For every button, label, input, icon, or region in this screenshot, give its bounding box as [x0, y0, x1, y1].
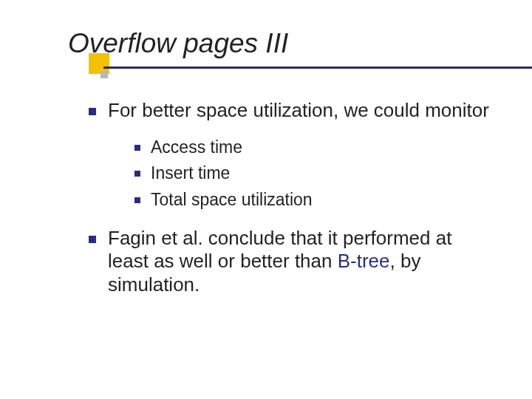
btree-term: B-tree — [338, 250, 390, 272]
slide: Overflow pages III For better space util… — [0, 0, 532, 399]
square-bullet-icon — [89, 236, 96, 243]
sub-bullet-text: Total space utilization — [151, 190, 313, 209]
square-bullet-icon — [89, 108, 96, 115]
square-bullet-icon — [134, 197, 140, 203]
sub-bullet-item: Insert time — [134, 160, 495, 187]
title-area: Overflow pages III — [0, 0, 532, 59]
bullet-text: For better space utilization, we could m… — [108, 99, 489, 121]
bullet-list: For better space utilization, we could m… — [89, 99, 495, 297]
slide-content: For better space utilization, we could m… — [0, 65, 532, 297]
sub-bullet-list: Access time Insert time Total space util… — [134, 134, 495, 214]
bullet-item-1: For better space utilization, we could m… — [89, 99, 495, 214]
sub-bullet-text: Access time — [151, 137, 242, 157]
bullet-item-2: Fagin et al. conclude that it performed … — [89, 227, 495, 297]
sub-bullet-text: Insert time — [151, 163, 230, 183]
square-bullet-icon — [134, 145, 140, 151]
accent-box-gray — [100, 71, 108, 78]
sub-bullet-item: Total space utilization — [134, 187, 495, 214]
sub-bullet-item: Access time — [134, 134, 495, 161]
slide-title: Overflow pages III — [68, 28, 532, 59]
title-underline — [103, 66, 532, 69]
square-bullet-icon — [134, 171, 140, 177]
